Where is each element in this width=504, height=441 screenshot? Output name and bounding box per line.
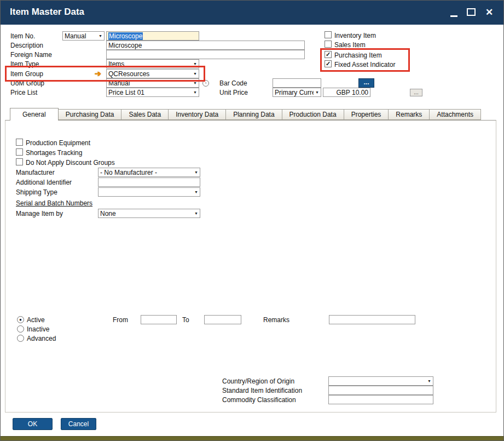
tab-planning-data[interactable]: Planning Data — [225, 109, 282, 120]
description-input[interactable]: Microscope — [106, 41, 305, 50]
from-label: From — [113, 316, 128, 324]
commodity-classification-label: Commodity Classification — [222, 396, 296, 404]
inventory-item-checkbox[interactable] — [325, 31, 332, 38]
cancel-button[interactable]: Cancel — [61, 418, 96, 430]
bar-code-browse-button[interactable]: ... — [358, 78, 374, 88]
commodity-classification-input[interactable] — [328, 395, 433, 404]
shipping-type-label: Shipping Type — [16, 188, 57, 196]
maximize-button[interactable] — [467, 8, 476, 16]
maximize-icon — [467, 8, 476, 16]
price-list-value: Price List 01 — [108, 89, 192, 96]
chevron-down-icon: ▼ — [192, 90, 197, 94]
active-radio-label: Active — [27, 316, 45, 324]
inactive-radio[interactable] — [17, 325, 24, 333]
price-list-select[interactable]: Price List 01 ▼ — [106, 88, 199, 97]
highlight-box-item-group — [5, 66, 205, 82]
do-not-apply-discount-groups-label: Do Not Apply Discount Groups — [26, 159, 115, 167]
to-label: To — [182, 316, 189, 324]
production-equipment-checkbox[interactable] — [16, 139, 23, 146]
standard-item-identification-input[interactable] — [328, 386, 433, 395]
manufacturer-select[interactable]: - No Manufacturer - ▼ — [98, 168, 200, 177]
unit-price-currency-select[interactable]: Primary Curren ▼ — [273, 88, 321, 97]
chevron-down-icon: ▼ — [193, 170, 198, 174]
additional-identifier-label: Additional Identifier — [16, 179, 72, 186]
remarks-input[interactable] — [329, 315, 415, 324]
from-input[interactable] — [141, 315, 177, 324]
chevron-down-icon: ▼ — [97, 34, 102, 38]
foreign-name-label: Foreign Name — [10, 51, 52, 59]
chevron-down-icon: ▼ — [314, 90, 319, 94]
shipping-type-select[interactable]: ▼ — [98, 187, 200, 197]
unit-price-amount-value: GBP 10.00 — [337, 89, 369, 96]
advanced-radio-label: Advanced — [27, 335, 56, 342]
chevron-down-icon: ▼ — [193, 211, 198, 215]
tab-attachments[interactable]: Attachments — [429, 109, 481, 120]
sales-item-label: Sales Item — [334, 41, 366, 49]
highlight-box-purchasing-fixed-asset — [320, 48, 410, 72]
manufacturer-value: - No Manufacturer - — [100, 169, 193, 176]
radio-dot-icon: ● — [19, 318, 22, 322]
tab-bar: General Purchasing Data Sales Data Inven… — [10, 109, 481, 121]
manage-item-by-label: Manage Item by — [16, 210, 63, 217]
titlebar: Item Master Data ✕ — [1, 1, 503, 25]
bar-code-input[interactable] — [273, 78, 321, 88]
unit-price-label: Unit Price — [219, 89, 248, 96]
standard-item-identification-label: Standard Item Identification — [222, 387, 302, 394]
do-not-apply-discount-groups-checkbox[interactable] — [16, 158, 23, 165]
tab-sales-data[interactable]: Sales Data — [121, 109, 169, 120]
bar-code-label: Bar Code — [219, 79, 247, 87]
close-icon: ✕ — [485, 8, 493, 17]
chevron-down-icon: ▼ — [192, 81, 197, 85]
production-equipment-label: Production Equipment — [26, 139, 90, 147]
chevron-down-icon: ▼ — [426, 379, 431, 383]
shortages-tracking-checkbox[interactable] — [16, 148, 23, 156]
country-region-of-origin-select[interactable]: ▼ — [328, 376, 433, 386]
to-input[interactable] — [204, 315, 241, 324]
unit-price-currency-value: Primary Curren — [275, 89, 314, 96]
foreign-name-input[interactable] — [106, 50, 305, 59]
sales-item-checkbox[interactable] — [325, 41, 332, 48]
serial-and-batch-numbers-heading: Serial and Batch Numbers — [16, 199, 92, 207]
manufacturer-label: Manufacturer — [16, 169, 55, 176]
advanced-radio[interactable] — [17, 335, 24, 342]
item-master-data-window: Item Master Data ✕ Item No. Manual ▼ Mic… — [0, 0, 504, 441]
manage-item-by-select[interactable]: None ▼ — [98, 209, 200, 218]
description-label: Description — [10, 42, 43, 49]
description-value: Microscope — [108, 42, 142, 49]
unit-price-browse-button[interactable]: ... — [410, 89, 422, 96]
shortages-tracking-label: Shortages Tracking — [26, 149, 82, 157]
tab-purchasing-data[interactable]: Purchasing Data — [58, 109, 122, 120]
tab-production-data[interactable]: Production Data — [282, 109, 344, 120]
additional-identifier-input[interactable] — [98, 177, 200, 187]
tab-properties[interactable]: Properties — [344, 109, 389, 120]
tab-general[interactable]: General — [10, 108, 59, 121]
item-no-mode-value: Manual — [65, 32, 97, 40]
tab-inventory-data[interactable]: Inventory Data — [168, 109, 226, 120]
inventory-item-label: Inventory Item — [334, 32, 376, 39]
minimize-icon — [450, 15, 457, 17]
item-no-value: Microscope — [108, 32, 143, 40]
chevron-down-icon: ▼ — [192, 62, 197, 66]
remarks-label: Remarks — [263, 316, 289, 324]
country-region-of-origin-label: Country/Region of Origin — [222, 377, 294, 385]
unit-price-amount-input[interactable]: GBP 10.00 — [323, 88, 370, 97]
status-strip — [1, 436, 503, 441]
price-list-label: Price List — [10, 89, 37, 96]
item-no-mode-select[interactable]: Manual ▼ — [62, 31, 105, 41]
minimize-button[interactable] — [450, 15, 457, 17]
close-button[interactable]: ✕ — [485, 8, 493, 17]
item-no-label: Item No. — [10, 32, 35, 40]
inactive-radio-label: Inactive — [27, 325, 49, 333]
ok-button[interactable]: OK — [13, 418, 53, 430]
window-title: Item Master Data — [10, 7, 84, 18]
tab-remarks[interactable]: Remarks — [388, 109, 430, 120]
manage-item-by-value: None — [100, 210, 193, 217]
active-radio[interactable]: ● — [17, 316, 24, 323]
chevron-down-icon: ▼ — [193, 190, 198, 194]
item-no-input[interactable]: Microscope — [106, 31, 199, 41]
